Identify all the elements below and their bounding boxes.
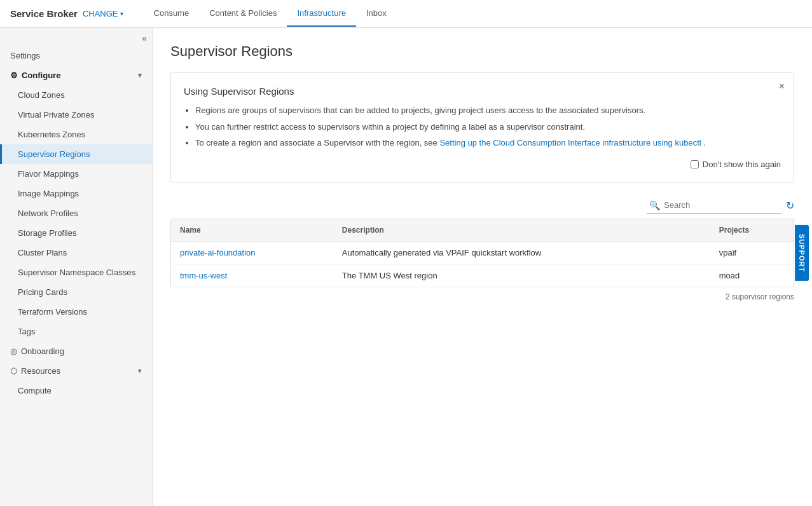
chevron-up-icon: ▾ bbox=[138, 71, 142, 79]
sidebar-item-onboarding[interactable]: ◎ Onboarding bbox=[0, 341, 152, 361]
row-2-name-link[interactable]: tmm-us-west bbox=[180, 271, 227, 280]
sidebar-item-kubernetes-zones[interactable]: Kubernetes Zones bbox=[0, 125, 152, 144]
info-box-bullet-3: To create a region and associate a Super… bbox=[195, 137, 781, 149]
sidebar-item-configure[interactable]: ⚙ Configure ▾ bbox=[0, 65, 152, 85]
nav-content-policies[interactable]: Content & Policies bbox=[199, 1, 287, 27]
main-content: Supervisor Regions Using Supervisor Regi… bbox=[153, 28, 812, 506]
row-1-projects: vpaif bbox=[710, 241, 794, 264]
page-title: Supervisor Regions bbox=[170, 43, 794, 60]
sidebar-item-image-mappings[interactable]: Image Mappings bbox=[0, 184, 152, 203]
change-button[interactable]: CHANGE ▾ bbox=[83, 9, 123, 18]
resources-icon: ⬡ bbox=[10, 366, 17, 376]
regions-table: Name Description Projects private-ai-fou… bbox=[170, 219, 794, 287]
sidebar-item-flavor-mappings[interactable]: Flavor Mappings bbox=[0, 164, 152, 184]
sidebar-item-supervisor-regions[interactable]: Supervisor Regions bbox=[0, 144, 152, 164]
sidebar: « Settings ⚙ Configure ▾ Cloud Zones Vir… bbox=[0, 28, 153, 506]
top-navigation: Consume Content & Policies Infrastructur… bbox=[144, 1, 397, 27]
info-box-title: Using Supervisor Regions bbox=[184, 86, 781, 97]
sidebar-item-virtual-private-zones[interactable]: Virtual Private Zones bbox=[0, 105, 152, 125]
table-count: 2 supervisor regions bbox=[726, 292, 794, 301]
col-name: Name bbox=[171, 219, 333, 241]
sidebar-item-terraform-versions[interactable]: Terraform Versions bbox=[0, 302, 152, 322]
sidebar-item-compute[interactable]: Compute bbox=[0, 381, 152, 400]
onboarding-icon: ◎ bbox=[10, 346, 17, 356]
dont-show-checkbox-label[interactable]: Don't show this again bbox=[691, 160, 781, 169]
sidebar-item-storage-profiles[interactable]: Storage Profiles bbox=[0, 223, 152, 243]
sidebar-item-pricing-cards[interactable]: Pricing Cards bbox=[0, 282, 152, 302]
chevron-down-icon: ▾ bbox=[120, 10, 123, 17]
info-box-link[interactable]: Setting up the Cloud Consumption Interfa… bbox=[439, 138, 701, 147]
refresh-button[interactable]: ↻ bbox=[786, 200, 794, 212]
sidebar-collapse-button[interactable]: « bbox=[142, 33, 147, 43]
dont-show-checkbox[interactable] bbox=[691, 160, 699, 168]
row-1-description: Automatically generated via VPAIF quicks… bbox=[333, 241, 710, 264]
sidebar-item-cluster-plans[interactable]: Cluster Plans bbox=[0, 243, 152, 263]
info-box-footer: Don't show this again bbox=[184, 160, 781, 169]
row-1-name: private-ai-foundation bbox=[171, 241, 333, 264]
search-input[interactable] bbox=[664, 200, 778, 210]
search-box: 🔍 bbox=[647, 198, 781, 214]
table-header: Name Description Projects bbox=[171, 219, 794, 241]
sidebar-item-network-profiles[interactable]: Network Profiles bbox=[0, 203, 152, 223]
sidebar-item-supervisor-namespace-classes[interactable]: Supervisor Namespace Classes bbox=[0, 263, 152, 282]
nav-infrastructure[interactable]: Infrastructure bbox=[287, 1, 356, 27]
app-title: Service Broker bbox=[10, 8, 78, 19]
info-box-list: Regions are groups of supervisors that c… bbox=[184, 104, 781, 149]
support-tab[interactable]: SUPPORT bbox=[795, 225, 809, 281]
nav-consume[interactable]: Consume bbox=[144, 1, 200, 27]
top-bar: Service Broker CHANGE ▾ Consume Content … bbox=[0, 0, 812, 28]
info-box-close-button[interactable]: × bbox=[779, 81, 785, 92]
table-toolbar: 🔍 ↻ bbox=[170, 198, 794, 214]
info-box: Using Supervisor Regions × Regions are g… bbox=[170, 72, 794, 182]
chevron-down-icon: ▾ bbox=[138, 367, 142, 375]
table-row: tmm-us-west The TMM US West region moad bbox=[171, 264, 794, 287]
sidebar-item-cloud-zones[interactable]: Cloud Zones bbox=[0, 85, 152, 105]
main-layout: « Settings ⚙ Configure ▾ Cloud Zones Vir… bbox=[0, 28, 812, 506]
row-2-projects: moad bbox=[710, 264, 794, 287]
gear-icon: ⚙ bbox=[10, 71, 18, 80]
col-projects: Projects bbox=[710, 219, 794, 241]
info-box-bullet-2: You can further restrict access to super… bbox=[195, 121, 781, 133]
row-2-name: tmm-us-west bbox=[171, 264, 333, 287]
sidebar-item-tags[interactable]: Tags bbox=[0, 322, 152, 341]
sidebar-item-resources[interactable]: ⬡ Resources ▾ bbox=[0, 361, 152, 381]
row-1-name-link[interactable]: private-ai-foundation bbox=[180, 248, 256, 257]
sidebar-collapse-area: « bbox=[0, 28, 152, 46]
table-footer: 2 supervisor regions bbox=[170, 287, 794, 306]
search-icon: 🔍 bbox=[649, 200, 660, 210]
row-2-description: The TMM US West region bbox=[333, 264, 710, 287]
sidebar-item-settings[interactable]: Settings bbox=[0, 46, 152, 65]
nav-inbox[interactable]: Inbox bbox=[356, 1, 397, 27]
info-box-bullet-1: Regions are groups of supervisors that c… bbox=[195, 104, 781, 117]
table-row: private-ai-foundation Automatically gene… bbox=[171, 241, 794, 264]
table-body: private-ai-foundation Automatically gene… bbox=[171, 241, 794, 287]
col-description: Description bbox=[333, 219, 710, 241]
